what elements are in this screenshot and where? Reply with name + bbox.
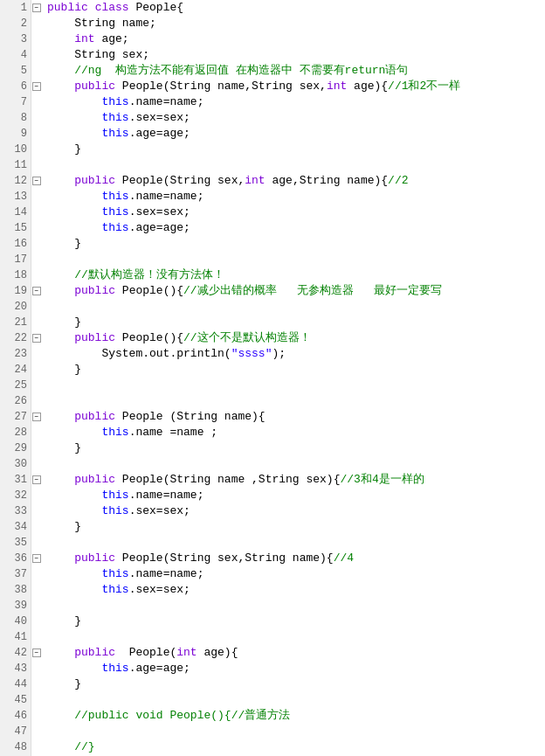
fold-button[interactable]: −: [32, 287, 41, 295]
fold-cell[interactable]: −: [31, 173, 44, 189]
code-segment: this: [101, 426, 128, 439]
fold-cell: [31, 126, 44, 142]
code-line: public People (String name){: [47, 409, 545, 425]
line-number: 7: [0, 94, 31, 110]
fold-cell: [31, 378, 44, 393]
line-number: 6: [0, 79, 31, 94]
line-content: this.sex=sex;: [47, 503, 545, 519]
code-segment: this: [101, 190, 128, 203]
code-segment: this: [101, 567, 128, 580]
line-content: this.age=age;: [47, 126, 545, 142]
fold-cell: [31, 456, 44, 472]
code-segment: .sex=sex;: [129, 583, 190, 596]
code-segment: this: [101, 205, 128, 218]
fold-cell[interactable]: −: [31, 79, 44, 94]
code-segment: class: [95, 1, 129, 14]
fold-cell: [31, 157, 44, 173]
line-number: 12: [0, 173, 31, 189]
code-segment: .name=name;: [129, 489, 204, 502]
code-line: this.sex=sex;: [47, 205, 545, 220]
fold-cell: [31, 503, 44, 519]
code-line: this.name=name;: [47, 488, 545, 503]
code-line: }: [47, 614, 545, 629]
line-number: 17: [0, 252, 31, 267]
code-editor: 1234567891011121314151617181920212223242…: [0, 0, 545, 756]
code-segment: People(String name ,String sex){: [115, 473, 340, 486]
code-segment: [47, 410, 74, 423]
fold-cell: [31, 724, 44, 739]
line-content: this.name=name;: [47, 189, 545, 205]
fold-cell[interactable]: −: [31, 551, 44, 566]
fold-button[interactable]: −: [32, 3, 41, 12]
code-segment: this: [101, 489, 128, 502]
code-segment: [47, 646, 74, 659]
line-number: 46: [0, 708, 31, 724]
line-number: 13: [0, 189, 31, 205]
line-number: 31: [0, 472, 31, 488]
line-number: 20: [0, 299, 31, 315]
code-line: public People(String name,String sex,int…: [47, 79, 545, 94]
code-line: //ng 构造方法不能有返回值 在构造器中 不需要有return语句: [47, 63, 545, 79]
line-content: }: [47, 315, 545, 330]
code-line: [47, 299, 545, 315]
code-segment: System.out.println(: [47, 347, 231, 360]
fold-button[interactable]: −: [32, 648, 41, 657]
code-segment: [47, 426, 101, 439]
line-content: public People(String name,String sex,int…: [47, 79, 545, 94]
line-number: 47: [0, 724, 31, 739]
line-content: public People(String sex,String name){//…: [47, 551, 545, 566]
code-segment: }: [47, 237, 81, 250]
line-number: 10: [0, 142, 31, 157]
code-segment: .name =name ;: [129, 426, 217, 439]
fold-button[interactable]: −: [32, 177, 41, 185]
fold-button[interactable]: −: [32, 413, 41, 421]
line-content: public class People{: [47, 0, 545, 16]
line-number: 4: [0, 47, 31, 63]
code-segment: //ng 构造方法不能有返回值 在构造器中 不需要有return语句: [47, 64, 408, 77]
fold-cell: [31, 110, 44, 126]
line-content: this.name=name;: [47, 488, 545, 503]
fold-cell: [31, 267, 44, 283]
line-number: 45: [0, 692, 31, 708]
fold-cell: [31, 488, 44, 503]
fold-button[interactable]: −: [32, 475, 41, 484]
fold-cell[interactable]: −: [31, 0, 44, 16]
fold-cell[interactable]: −: [31, 283, 44, 299]
code-segment: public: [74, 174, 115, 187]
code-segment: .age=age;: [129, 662, 190, 675]
code-segment: [47, 111, 101, 124]
line-number: 30: [0, 456, 31, 472]
code-segment: [47, 473, 74, 486]
line-number: 25: [0, 378, 31, 393]
fold-cell: [31, 519, 44, 535]
fold-cell[interactable]: −: [31, 472, 44, 488]
line-content: System.out.println("ssss");: [47, 346, 545, 362]
line-number: 36: [0, 551, 31, 566]
code-line: this.name=name;: [47, 94, 545, 110]
fold-cell[interactable]: −: [31, 645, 44, 661]
line-number: 26: [0, 393, 31, 409]
code-segment: [47, 32, 74, 45]
code-line: String name;: [47, 16, 545, 31]
fold-cell: [31, 582, 44, 598]
fold-cell[interactable]: −: [31, 409, 44, 425]
code-segment: int: [245, 174, 265, 187]
fold-cell: [31, 63, 44, 79]
line-number: 19: [0, 283, 31, 299]
fold-cell[interactable]: −: [31, 330, 44, 346]
code-line: }: [47, 519, 545, 535]
code-segment: .age=age;: [129, 127, 190, 140]
fold-button[interactable]: −: [32, 554, 41, 563]
fold-button[interactable]: −: [32, 82, 41, 91]
code-segment: }: [47, 520, 81, 533]
code-segment: age,String name){: [266, 174, 388, 187]
code-segment: this: [101, 111, 128, 124]
code-segment: //3和4是一样的: [340, 473, 424, 486]
code-line: public People(String name ,String sex){/…: [47, 472, 545, 488]
fold-button[interactable]: −: [32, 334, 41, 343]
code-line: [47, 535, 545, 551]
fold-cell: [31, 425, 44, 440]
line-number: 9: [0, 126, 31, 142]
line-content: public People(int age){: [47, 645, 545, 661]
code-segment: [47, 567, 101, 580]
